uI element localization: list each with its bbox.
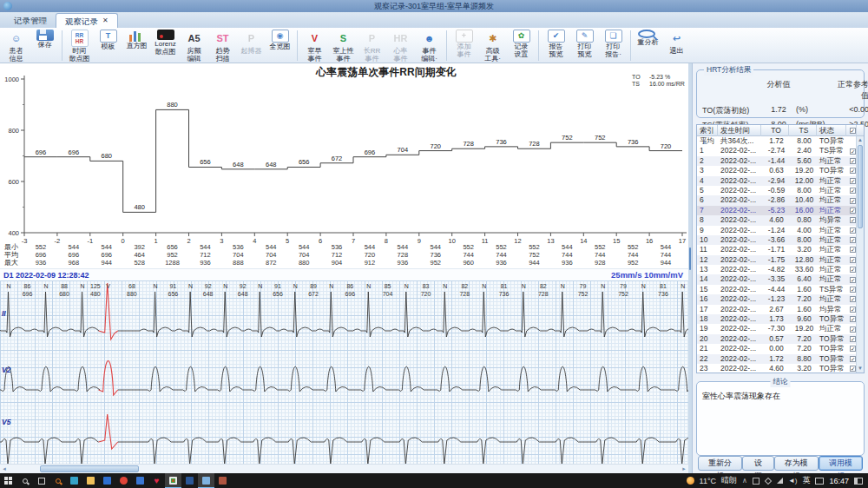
table-row[interactable]: 202022-02-...0.577.20TO异常✓ xyxy=(697,334,864,344)
column-header-ts[interactable]: TS xyxy=(789,125,817,136)
reanalyze-button[interactable]: 重新分析 xyxy=(698,456,742,471)
table-row[interactable]: 172022-02-...2.671.60均异常✓ xyxy=(697,305,864,314)
row-checkbox[interactable]: ✓ xyxy=(850,188,856,194)
table-row[interactable]: 32022-02-...0.6319.20TO异常✓ xyxy=(697,166,864,175)
toolbar-exit-button[interactable]: ↩退出 xyxy=(662,29,691,63)
row-checkbox[interactable]: ✓ xyxy=(850,356,856,362)
scroll-down-icon[interactable]: ▼ xyxy=(857,365,864,373)
tab-observe-record[interactable]: 观察记录 ✕ xyxy=(56,13,118,28)
row-checkbox[interactable]: ✓ xyxy=(850,296,856,302)
tray-expand-icon[interactable]: ∧ xyxy=(742,477,747,485)
weather-desc[interactable]: 晴朗 xyxy=(721,475,737,486)
toolbar-sve-event-button[interactable]: S室上性事件 xyxy=(329,29,358,63)
column-header-checkbox[interactable]: ✓ xyxy=(846,125,857,136)
table-row[interactable]: 102022-02-...-3.668.00均正常✓ xyxy=(697,235,864,245)
scrollbar-thumb[interactable] xyxy=(858,145,863,228)
table-row[interactable]: 222022-02-...1.728.80TO异常✓ xyxy=(697,354,864,364)
table-row[interactable]: 112022-02-...-1.713.20均正常✓ xyxy=(697,245,864,254)
row-checkbox[interactable]: ✓ xyxy=(850,366,856,372)
weather-temp[interactable]: 11°C xyxy=(700,477,716,485)
row-checkbox[interactable]: ✓ xyxy=(850,326,856,333)
hrt-chart-panel[interactable]: 心率震荡单次事件RR间期变化TO-5.23 %TS16.00 ms/RR4006… xyxy=(0,63,688,269)
table-row[interactable]: 182022-02-...1.739.60TO异常✓ xyxy=(697,314,864,324)
network-icon[interactable] xyxy=(777,478,783,484)
toolbar-overview-button[interactable]: ◉全览图 xyxy=(266,29,294,63)
taskbar-app-red-icon[interactable] xyxy=(214,473,231,488)
row-checkbox[interactable]: ✓ xyxy=(850,247,856,253)
column-header-index[interactable]: 索引 xyxy=(697,125,718,136)
volume-icon[interactable]: ◄) xyxy=(788,477,798,485)
toolbar-trend-scan-button[interactable]: ST趋势扫描 xyxy=(208,29,237,63)
scroll-right-icon[interactable]: ▸ xyxy=(680,465,688,473)
row-checkbox[interactable]: ✓ xyxy=(850,257,856,263)
taskbar-holter-app-icon[interactable] xyxy=(165,473,181,488)
settings-button[interactable]: 设置 xyxy=(742,456,774,471)
toolbar-save-button[interactable]: 保存 xyxy=(30,29,59,63)
table-row[interactable]: 92022-02-...-1.244.00均正常✓ xyxy=(697,226,864,235)
table-row[interactable]: 22022-02-...-1.445.60均正常✓ xyxy=(697,156,864,166)
toolbar-template-button[interactable]: T模板 xyxy=(94,29,122,63)
row-checkbox[interactable]: ✓ xyxy=(850,237,856,243)
toolbar-af-edit-button[interactable]: A5房颤编辑 xyxy=(180,29,208,63)
table-row[interactable]: 82022-02-...4.600.80均异常✓ xyxy=(697,215,864,225)
row-checkbox[interactable]: ✓ xyxy=(850,346,856,352)
scroll-up-icon[interactable]: ▲ xyxy=(857,136,864,144)
toolbar-record-settings-button[interactable]: ✿记录设置 xyxy=(507,29,536,63)
taskbar-word-icon[interactable] xyxy=(181,473,198,488)
taskbar-chrome-icon[interactable] xyxy=(115,473,132,488)
table-row[interactable]: 52022-02-...-0.598.00均正常✓ xyxy=(697,186,864,195)
taskbar-app-blue-icon[interactable] xyxy=(132,473,148,488)
save-as-template-button[interactable]: 存为模板 xyxy=(774,456,819,471)
row-checkbox[interactable]: ✓ xyxy=(850,148,856,155)
column-header-to[interactable]: TO xyxy=(761,125,789,136)
row-checkbox[interactable]: ✓ xyxy=(850,287,856,293)
row-checkbox[interactable]: ✓ xyxy=(850,178,856,184)
toolbar-histogram-button[interactable]: 直方图 xyxy=(122,29,151,63)
column-header-status[interactable]: 状态 xyxy=(817,125,846,136)
row-checkbox[interactable]: ✓ xyxy=(850,168,856,174)
table-row[interactable]: 42022-02-...-2.9412.00均正常✓ xyxy=(697,176,864,186)
select-all-checkbox[interactable]: ✓ xyxy=(850,128,856,134)
table-row[interactable]: 212022-02-...0.007.20TO异常✓ xyxy=(697,344,864,353)
column-header-time[interactable]: 发生时间 xyxy=(718,125,761,136)
toolbar-patient-info-button[interactable]: ☺患者信息 xyxy=(2,29,30,63)
toolbar-lorenz-scatter-button[interactable]: Lorenz散点图 xyxy=(151,29,180,63)
row-checkbox[interactable]: ✓ xyxy=(850,228,856,234)
toolbar-rr-hr-scatter-button[interactable]: RRHR时间散点图 xyxy=(65,29,94,63)
weather-sun-icon[interactable] xyxy=(687,477,694,485)
scrollbar-thumb[interactable] xyxy=(40,465,139,472)
taskbar-file-explorer-icon[interactable] xyxy=(82,473,99,488)
table-vertical-scrollbar[interactable]: ▲ ▼ xyxy=(856,136,864,373)
row-checkbox[interactable]: ✓ xyxy=(850,198,856,204)
toolbar-report-preview-button[interactable]: ✔报告预览 xyxy=(542,29,570,63)
clock[interactable]: 16:47 xyxy=(829,477,849,485)
taskbar-heart-app-icon[interactable]: ♥ xyxy=(148,473,165,488)
taskbar-photos-icon[interactable] xyxy=(99,473,115,488)
toolbar-reanalyze-button[interactable]: 重分析 xyxy=(634,29,662,63)
input-language-indicator[interactable]: 英 xyxy=(802,475,810,486)
table-row[interactable]: 122022-02-...-1.7512.80均正常✓ xyxy=(697,255,864,265)
security-tray-icon[interactable] xyxy=(765,477,772,484)
toolbar-print-report-button[interactable]: ❏打印报告· xyxy=(599,29,628,63)
row-checkbox[interactable]: ✓ xyxy=(850,316,856,322)
table-row[interactable]: 142022-02-...-3.356.40均正常✓ xyxy=(697,274,864,284)
row-checkbox[interactable]: ✓ xyxy=(850,336,856,342)
row-checkbox[interactable]: ✓ xyxy=(850,217,856,223)
row-checkbox[interactable]: ✓ xyxy=(850,267,856,273)
taskbar-search-icon[interactable] xyxy=(16,473,33,488)
touch-keyboard-icon[interactable] xyxy=(815,478,824,485)
notification-center-icon[interactable] xyxy=(854,478,863,485)
row-checkbox[interactable]: ✓ xyxy=(850,307,856,313)
row-checkbox[interactable]: ✓ xyxy=(850,158,856,164)
taskbar-search-app-icon[interactable] xyxy=(49,473,66,488)
display-tray-icon[interactable] xyxy=(753,478,760,485)
table-row[interactable]: 192022-02-...-7.3019.20均正常✓ xyxy=(697,324,864,333)
table-row[interactable]: 平均共364次...1.728.00TO异常 xyxy=(697,136,864,146)
table-row[interactable]: 152022-02-...-4.441.60TS异常✓ xyxy=(697,285,864,294)
table-row[interactable]: 232022-02-...4.603.20TO异常✓ xyxy=(697,364,864,373)
toolbar-event-edit-button[interactable]: ☻事件编辑· xyxy=(415,29,444,63)
row-checkbox[interactable]: ✓ xyxy=(850,277,856,283)
ecg-strip-canvas[interactable]: IIV2V5NNNVNNNNNNNNNNNNNNN866968868012548… xyxy=(0,280,688,464)
tab-record-management[interactable]: 记录管理 xyxy=(5,13,56,28)
table-row[interactable]: 12022-02-...-2.742.40TS异常✓ xyxy=(697,146,864,155)
